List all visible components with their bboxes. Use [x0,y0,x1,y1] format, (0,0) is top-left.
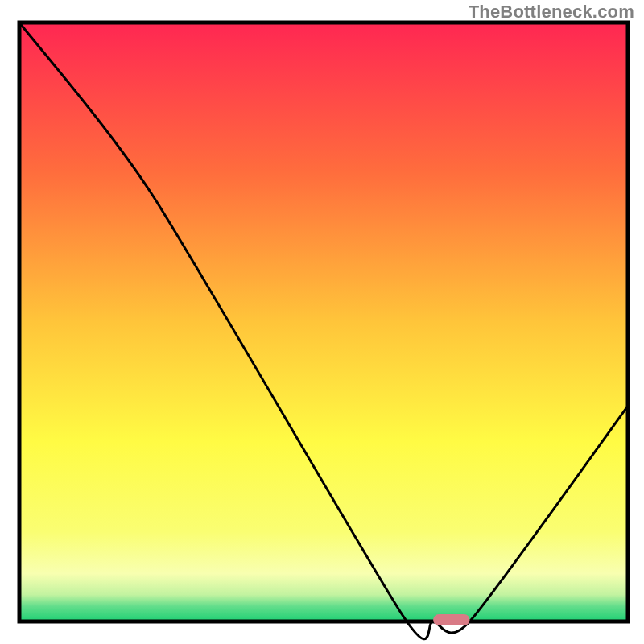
chart-svg [0,0,644,644]
attribution-label: TheBottleneck.com [469,2,634,23]
bottleneck-chart: TheBottleneck.com [0,0,644,644]
minimum-marker [433,614,469,625]
